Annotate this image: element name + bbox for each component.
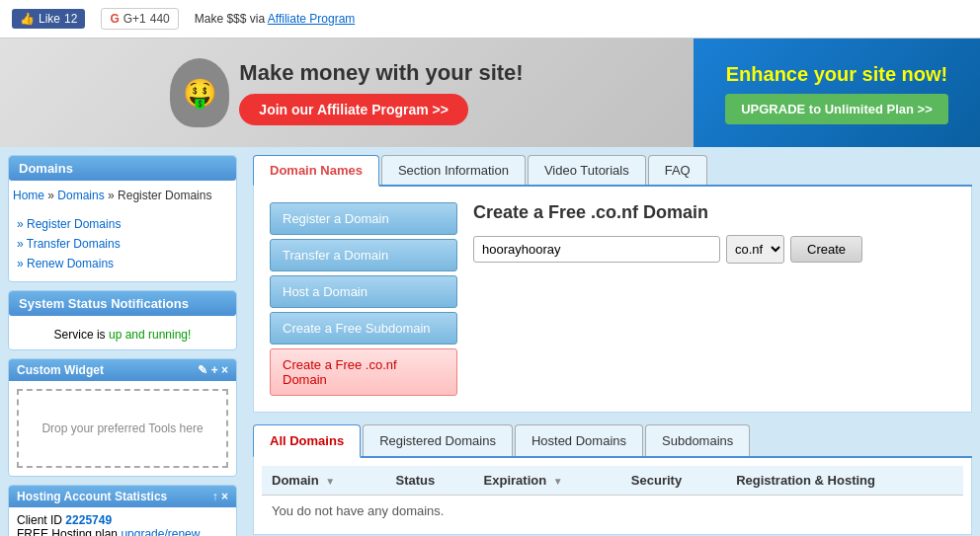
subtab-register[interactable]: Register a Domain: [270, 202, 457, 235]
breadcrumb: Home » Domains » Register Domains: [9, 185, 236, 210]
client-id-value: 2225749: [65, 513, 112, 527]
col-reg-hosting: Registration & Hosting: [726, 466, 963, 496]
hosting-stats-content: Client ID 2225749 FREE Hosting plan upgr…: [9, 507, 236, 536]
domain-table-container: Domain ▼ Status Expiration ▼ Security: [253, 458, 972, 535]
upgrade-button[interactable]: UPGRADE to Unlimited Plan >>: [725, 94, 948, 124]
gplus-label: G+1: [123, 12, 146, 26]
gplus-button[interactable]: G G+1 440: [101, 8, 178, 30]
sidebar-item-renew[interactable]: Renew Domains: [17, 254, 236, 273]
custom-widget-dropzone[interactable]: Drop your preferred Tools here: [17, 389, 228, 468]
client-id-row: Client ID 2225749: [17, 513, 228, 527]
system-status-content: Service is up and running!: [9, 320, 236, 349]
join-affiliate-button[interactable]: Join our Affiliate Program >>: [239, 94, 468, 125]
tab-section-info[interactable]: Section Information: [381, 155, 526, 185]
thumb-icon: 👍: [20, 12, 35, 26]
widget-icons: ✎ + ×: [198, 363, 228, 377]
sidebar: Domains Home » Domains » Register Domain…: [0, 147, 245, 536]
tab-domain-names[interactable]: Domain Names: [253, 155, 379, 187]
breadcrumb-current: Register Domains: [118, 189, 211, 202]
hosting-plan-row: FREE Hosting plan upgrade/renew: [17, 527, 228, 536]
subtab-host[interactable]: Host a Domain: [270, 275, 457, 308]
subtab-free-confdomain[interactable]: Create a Free .co.nf Domain: [270, 348, 457, 396]
btab-subdomains[interactable]: Subdomains: [645, 424, 750, 456]
fb-like-button[interactable]: 👍 Like 12: [12, 9, 85, 29]
no-domains-text: You do not have any domains.: [262, 496, 963, 527]
content-area: Domain Names Section Information Video T…: [245, 147, 980, 536]
fb-count: 12: [64, 12, 77, 26]
subtab-free-subdomain[interactable]: Create a Free Subdomain: [270, 312, 457, 345]
breadcrumb-home[interactable]: Home: [13, 189, 44, 202]
no-domains-row: You do not have any domains.: [262, 496, 963, 527]
domain-sub-tabs: Register a Domain Transfer a Domain Host…: [270, 202, 457, 396]
status-up: up and running!: [109, 328, 191, 342]
col-security: Security: [621, 466, 726, 496]
custom-widget-header: Custom Widget ✎ + ×: [9, 359, 236, 381]
system-status-title: System Status Notifications: [9, 291, 236, 316]
banner-row: 🤑 Make money with your site! Join our Af…: [0, 38, 980, 147]
hosting-stats-header: Hosting Account Statistics ↑ ×: [9, 486, 236, 507]
fb-like-label: Like: [39, 12, 60, 26]
create-domain-button[interactable]: Create: [790, 236, 862, 263]
banner-left-title: Make money with your site!: [239, 60, 523, 86]
sidebar-item-transfer[interactable]: Transfer Domains: [17, 234, 236, 254]
upgrade-banner: Enhance your site now! UPGRADE to Unlimi…: [694, 38, 980, 147]
col-expiration[interactable]: Expiration ▼: [474, 466, 621, 496]
top-tabs-row: Domain Names Section Information Video T…: [253, 155, 972, 187]
custom-widget-title: Custom Widget: [17, 363, 104, 377]
mascot-icon: 🤑: [170, 58, 229, 127]
affiliate-text: Make $$$ via Affiliate Program: [195, 12, 356, 26]
domain-name-input[interactable]: [473, 236, 720, 263]
domains-section-title: Domains: [9, 156, 236, 181]
affiliate-link[interactable]: Affiliate Program: [268, 12, 355, 26]
domain-tld-select[interactable]: co.nf .com .net .org: [726, 235, 784, 264]
stats-icons: ↑ ×: [212, 490, 228, 503]
hosting-stats-box: Hosting Account Statistics ↑ × Client ID…: [8, 485, 237, 536]
bottom-tabs-row: All Domains Registered Domains Hosted Do…: [253, 424, 972, 458]
breadcrumb-domains[interactable]: Domains: [57, 189, 104, 202]
sort-icon-expiration: ▼: [553, 476, 563, 487]
upgrade-renew-link[interactable]: upgrade/renew: [121, 527, 200, 536]
sidebar-item-register[interactable]: Register Domains: [17, 214, 236, 234]
affiliate-banner: 🤑 Make money with your site! Join our Af…: [0, 38, 694, 147]
col-status: Status: [386, 466, 474, 496]
btab-all-domains[interactable]: All Domains: [253, 424, 361, 458]
gplus-icon: G: [110, 12, 119, 26]
domain-panel: Register a Domain Transfer a Domain Host…: [253, 187, 972, 413]
subtab-transfer[interactable]: Transfer a Domain: [270, 239, 457, 271]
btab-hosted[interactable]: Hosted Domains: [515, 424, 643, 456]
btab-registered[interactable]: Registered Domains: [363, 424, 513, 456]
col-domain[interactable]: Domain ▼: [262, 466, 386, 496]
domain-input-row: co.nf .com .net .org Create: [473, 235, 955, 264]
domain-main-title: Create a Free .co.nf Domain: [473, 202, 955, 223]
custom-widget-box: Custom Widget ✎ + × Drop your preferred …: [8, 358, 237, 477]
tab-faq[interactable]: FAQ: [648, 155, 707, 185]
hosting-stats-title: Hosting Account Statistics: [17, 490, 167, 503]
tab-video-tutorials[interactable]: Video Tutorials: [528, 155, 646, 185]
main-layout: Domains Home » Domains » Register Domain…: [0, 147, 980, 536]
domain-table: Domain ▼ Status Expiration ▼ Security: [262, 466, 963, 526]
sidebar-nav: Register Domains Transfer Domains Renew …: [9, 210, 236, 281]
system-status-box: System Status Notifications Service is u…: [8, 290, 237, 350]
domain-main-content: Create a Free .co.nf Domain co.nf .com .…: [473, 202, 955, 264]
top-bar: 👍 Like 12 G G+1 440 Make $$$ via Affilia…: [0, 0, 980, 38]
sort-icon-domain: ▼: [325, 476, 335, 487]
upgrade-title: Enhance your site now!: [726, 62, 947, 86]
domains-sidebar-box: Domains Home » Domains » Register Domain…: [8, 155, 237, 282]
gplus-count: 440: [150, 12, 170, 26]
